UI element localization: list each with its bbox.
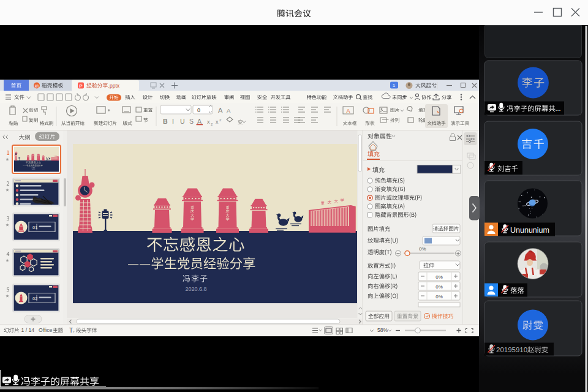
svg-text:x: x: [207, 119, 210, 125]
svg-text:0: 0: [197, 107, 200, 113]
svg-text:A: A: [197, 118, 202, 125]
svg-text:I: I: [172, 118, 174, 125]
svg-text:P: P: [79, 83, 83, 89]
svg-text:x: x: [216, 119, 219, 125]
svg-text:1 / 14: 1 / 14: [21, 327, 35, 333]
svg-text:1: 1: [393, 83, 396, 88]
svg-text:U: U: [180, 118, 185, 125]
svg-text:A: A: [218, 107, 223, 114]
svg-text:Unununium: Unununium: [510, 226, 549, 235]
svg-text:...: ...: [556, 105, 561, 112]
svg-text:A: A: [227, 107, 231, 114]
svg-text:Office: Office: [39, 327, 53, 333]
svg-text:稻: 稻: [35, 84, 39, 89]
svg-text:0%: 0%: [435, 284, 443, 290]
svg-text:A: A: [346, 108, 350, 114]
svg-text:B: B: [163, 118, 168, 125]
svg-text:20195910: 20195910: [496, 346, 527, 353]
svg-text:S: S: [189, 118, 194, 125]
svg-text:T: T: [69, 327, 73, 334]
svg-text:58%: 58%: [377, 327, 388, 333]
svg-text:.pptx: .pptx: [108, 83, 120, 89]
svg-text:0%: 0%: [435, 294, 443, 300]
svg-text:0%: 0%: [419, 246, 426, 252]
svg-text:0%: 0%: [435, 274, 443, 280]
